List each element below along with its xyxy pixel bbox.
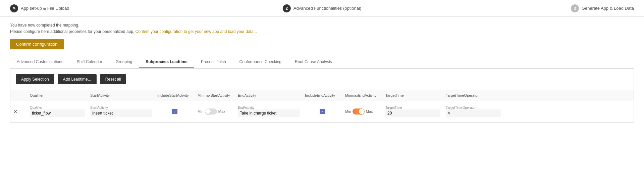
step-1-label: App set-up & File Upload [21,6,69,11]
info-line1: You have now completed the mapping. [10,22,634,29]
step-3-circle: 3 [571,4,579,12]
tab-process-finish[interactable]: Process finish [194,56,233,68]
include-start-checkbox[interactable] [172,109,177,114]
info-line2-link[interactable]: Confirm your configuration to get your n… [136,29,257,34]
col-head-start-activity: StartActivity [88,92,155,99]
start-activity-select-wrapper: StartActivity Insert ticket [90,106,152,117]
add-leadtime-button[interactable]: Add Leadtime... [58,74,97,84]
main-content: You have now completed the mapping. Plea… [0,17,644,128]
cell-target-time-operator: TargetTimeOperator > [443,104,503,119]
start-activity-label: StartActivity [90,106,152,109]
start-activity-select[interactable]: Insert ticket [90,109,152,117]
step-3-label: Generate App & Load Data [582,6,634,11]
reset-all-button[interactable]: Reset all [100,74,126,84]
info-block: You have now completed the mapping. Plea… [10,22,634,35]
end-activity-label: EndActivity [238,106,300,109]
target-time-label: TargetTime [385,106,440,109]
cell-minmax-end: Min Max [342,107,383,116]
table-row: ✕ Qualifier StartActivity Insert ticket [10,101,634,122]
confirm-config-button[interactable]: Confirm configuration [10,39,64,49]
minmax-end-min-label: Min [345,109,351,114]
step-1[interactable]: ✎ App set-up & File Upload [10,4,69,12]
tab-conformance-checking[interactable]: Conformance Checking [233,56,288,68]
apply-selection-button[interactable]: Apply Selection [16,74,54,84]
minmax-end-toggle[interactable] [353,108,365,115]
target-time-operator-select-wrapper: TargetTimeOperator > [446,106,501,117]
col-head-minmax-end: MinmaxEndActivity [342,92,383,99]
subprocess-leadtime-panel: Apply Selection Add Leadtime... Reset al… [10,69,634,123]
qualifier-label: Qualifier [30,106,85,109]
target-time-operator-label: TargetTimeOperator [446,106,501,109]
cell-qualifier: Qualifier [27,104,88,119]
step-2-label: Advanced Functionalities (optional) [293,6,361,11]
minmax-end-toggle-thumb [359,109,364,114]
cell-end-activity: EndActivity Take in charge ticket [235,104,302,119]
col-head-include-end: IncludeEndActivity [302,92,342,99]
target-time-input[interactable] [385,109,440,117]
col-head-qualifier: Qualifier [27,92,88,99]
qualifier-input[interactable] [30,109,85,117]
qualifier-field-group: Qualifier [30,106,85,117]
cell-start-activity: StartActivity Insert ticket [88,104,155,119]
cell-include-end [302,107,342,116]
tab-advanced-customizations[interactable]: Advanced Customizations [10,56,70,68]
tab-grouping[interactable]: Grouping [109,56,139,68]
step-2[interactable]: 2 Advanced Functionalities (optional) [283,4,361,12]
col-head-target-time-operator: TargetTimeOperator [443,92,503,99]
end-activity-select[interactable]: Take in charge ticket [238,109,300,117]
minmax-end-max-label: Max [366,109,373,114]
table-header: Qualifier StartActivity IncludeStartActi… [10,90,634,101]
minmax-start-toggle[interactable] [205,108,217,115]
target-time-field-group: TargetTime [385,106,440,117]
step-2-circle: 2 [283,4,291,12]
panel-toolbar: Apply Selection Add Leadtime... Reset al… [10,69,634,90]
col-head-include-start: IncludeStartActivity [155,92,195,99]
tabs-row: Advanced Customizations Shift Calendar G… [10,56,634,69]
end-activity-select-wrapper: EndActivity Take in charge ticket [238,106,300,117]
minmax-start-min-label: Min [198,109,204,114]
stepper-bar: ✎ App set-up & File Upload 2 Advanced Fu… [0,0,644,17]
col-head-minmax-start: MinmaxStartActivity [195,92,235,99]
remove-row-button[interactable]: ✕ [13,108,17,115]
info-line2: Please configure here additional propert… [10,29,634,35]
cell-minmax-start: Min Max [195,107,235,116]
tab-subprocess-leadtime[interactable]: Subprocess Leadtime [139,56,194,68]
tab-root-cause-analysis[interactable]: Root Cause Analysis [288,56,339,68]
col-head-remove [10,92,27,99]
cell-include-start [155,107,195,116]
minmax-start-max-label: Max [218,109,225,114]
info-line2-prefix: Please configure here additional propert… [10,29,136,34]
col-head-target-time: TargetTime [383,92,443,99]
cell-target-time: TargetTime [383,104,443,119]
minmax-start-toggle-group: Min Max [198,108,232,115]
cell-remove: ✕ [10,107,27,116]
minmax-end-toggle-group: Min Max [345,108,380,115]
target-time-operator-select[interactable]: > [446,109,501,117]
step-3[interactable]: 3 Generate App & Load Data [571,4,634,12]
step-1-circle: ✎ [10,4,18,12]
minmax-start-toggle-thumb [205,109,211,114]
include-end-checkbox[interactable] [320,109,325,114]
col-head-end-activity: EndActivity [235,92,302,99]
tab-shift-calendar[interactable]: Shift Calendar [70,56,109,68]
